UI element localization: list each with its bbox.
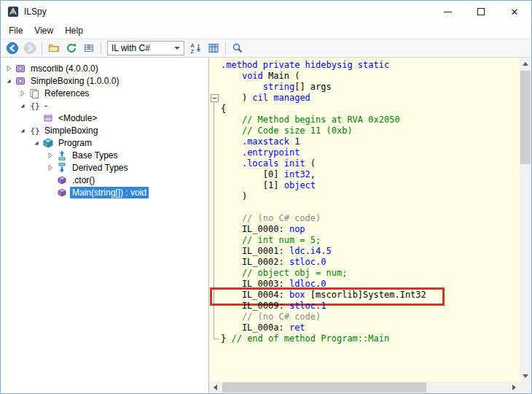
chevron-down-icon [174,47,180,50]
open-file-button[interactable] [45,40,63,56]
code-line: // int num = 5; [221,235,520,246]
expander-expanded-icon[interactable] [16,124,28,136]
tree-item-label: SimpleBoxing (1.0.0.0) [28,75,121,87]
scroll-up-icon [523,62,528,66]
tree-item-derived-types[interactable]: Derived Types [1,161,208,174]
code-line: IL_0004: box [mscorlib]System.Int32 [221,290,520,301]
reload-assemblies-button[interactable] [63,40,80,56]
svg-text:{}: {} [31,126,40,136]
scroll-right-icon [512,385,516,390]
expander-collapsed-icon[interactable] [2,62,15,74]
horizontal-scrollbar[interactable] [209,382,520,393]
search-button[interactable] [229,40,246,56]
il-code-view[interactable]: .method private hidebysig static void Ma… [209,58,520,382]
tree-item-label: - [42,100,50,112]
toolbar-separator [225,42,226,55]
toolbar: IL with C#AZ [1,39,531,58]
code-line: IL_000a: ret [221,322,520,333]
vertical-scroll-thumb[interactable] [520,71,531,164]
toolbar-separator [101,42,101,55]
code-line: ) cil managed [221,93,520,104]
close-button[interactable]: ✕ [498,1,531,23]
namespace-icon: {} [28,100,40,112]
code-line: .locals init ( [221,158,520,169]
expander-spacer [44,174,56,186]
title-bar: ILSpy ✕ [1,1,531,23]
scrollbar-corner [520,382,531,393]
maximize-button[interactable] [464,1,498,23]
tree-item-namespace-simpleboxing[interactable]: {}SimpleBoxing [1,124,208,136]
method-icon [56,187,68,198]
scroll-down-button[interactable] [520,370,531,382]
svg-text:Z: Z [191,48,195,54]
options-grid-button[interactable] [205,40,222,56]
forward-icon [23,42,36,55]
language-dropdown[interactable]: IL with C# [107,41,184,55]
forward-button[interactable] [21,40,39,56]
code-line: IL_0000: nop [221,224,520,235]
horizontal-scroll-thumb[interactable] [222,382,426,393]
scroll-left-button[interactable] [209,382,221,393]
open-from-gac-button[interactable] [80,40,98,56]
window-title: ILSpy [24,7,47,17]
tree-item-mscorlib[interactable]: mscorlib (4.0.0.0) [1,62,208,74]
tree-item-module[interactable]: <Module> [1,112,208,124]
code-line: [1] object [221,180,520,191]
open-from-gac-icon [83,42,95,54]
expander-spacer [30,112,42,124]
language-dropdown-value: IL with C# [108,43,174,53]
tree-item-main[interactable]: Main(string[]) : void [1,186,208,198]
window-controls: ✕ [431,1,531,23]
expander-collapsed-icon[interactable] [16,87,28,99]
options-grid-icon [208,42,219,54]
tree-item-label: .ctor() [70,174,97,186]
menu-help[interactable]: Help [59,23,89,38]
tree-item-label: References [42,88,91,99]
expander-expanded-icon[interactable] [16,99,28,112]
expander-collapsed-icon[interactable] [44,161,56,174]
open-file-icon [48,42,60,54]
sort-assemblies-button[interactable]: AZ [187,40,205,56]
close-icon: ✕ [511,7,519,17]
assembly-tree: mscorlib (4.0.0.0)SimpleBoxing (1.0.0.0)… [1,58,208,393]
code-line: ) [221,191,520,202]
maximize-icon [477,8,485,15]
code-line: IL_0003: ldloc.0 [221,279,520,290]
code-line: IL_0001: ldc.i4.5 [221,246,520,257]
derived-types-icon [56,162,68,174]
menu-file[interactable]: File [3,23,28,38]
ilspy-window: ILSpy ✕ File View Help IL with C#AZ msco… [0,0,532,394]
tree-item-references[interactable]: References [1,87,208,99]
code-line: .method private hidebysig static [221,60,520,71]
toolbar-separator [42,42,42,55]
tree-item-base-types[interactable]: Base Types [1,149,208,161]
code-line [221,202,520,213]
back-icon [6,42,19,55]
scroll-down-icon [523,374,528,378]
expander-collapsed-icon[interactable] [44,149,56,161]
back-button[interactable] [4,40,21,56]
tree-item-ctor[interactable]: .ctor() [1,174,208,186]
base-types-icon [56,150,68,161]
svg-text:{}: {} [31,101,40,111]
vertical-scrollbar[interactable] [520,58,531,382]
expander-spacer [44,186,56,198]
tree-item-namespace-empty[interactable]: {}- [1,99,208,112]
scroll-up-button[interactable] [520,58,531,69]
expander-expanded-icon[interactable] [30,136,42,149]
scroll-right-button[interactable] [508,382,520,393]
code-line: // object obj = num; [221,268,520,279]
expander-expanded-icon[interactable] [2,74,15,87]
code-line: IL_0009: stloc.1 [221,301,520,312]
tree-item-program[interactable]: Program [1,136,208,149]
module-icon [42,112,54,124]
menu-view[interactable]: View [28,23,59,38]
minimize-button[interactable] [431,1,464,23]
tree-item-label: Program [56,137,94,149]
tree-item-label: Derived Types [70,162,130,174]
code-line: { [221,104,520,115]
tree-item-simpleboxing-assembly[interactable]: SimpleBoxing (1.0.0.0) [1,74,208,87]
code-line: // Method begins at RVA 0x2050 [221,115,520,125]
references-icon [28,88,40,99]
code-line: } // end of method Program::Main [221,333,520,344]
